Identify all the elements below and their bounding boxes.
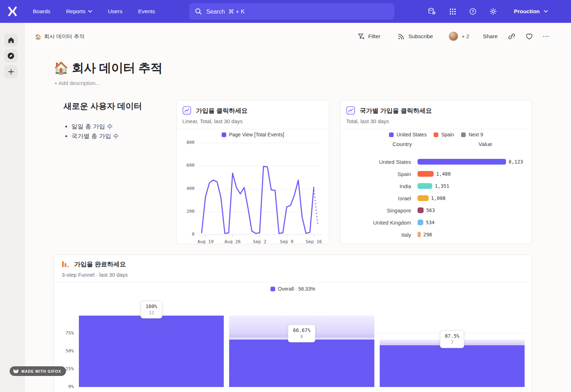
country-bar[interactable] xyxy=(418,183,432,189)
data-settings-icon[interactable] xyxy=(428,7,436,15)
funnel-y-tick-label: 50% xyxy=(66,348,74,353)
project-switcher[interactable]: Prouction xyxy=(514,0,548,23)
nav-users[interactable]: Users xyxy=(108,8,122,15)
country-row[interactable]: Italy298 xyxy=(348,228,528,241)
country-bar[interactable] xyxy=(418,171,434,177)
collaborators[interactable]: + 2 xyxy=(449,31,469,41)
text-widget-heading: 새로운 사용자 데이터 xyxy=(54,101,168,112)
heart-icon xyxy=(525,33,533,40)
add-description[interactable]: + Add description... xyxy=(54,80,100,86)
country-row[interactable]: United States8,123 xyxy=(348,156,528,168)
x-tick-label: Aug 26 xyxy=(224,239,241,244)
country-row[interactable]: Spain1,480 xyxy=(348,168,528,180)
copy-link-button[interactable] xyxy=(508,33,515,40)
line-chart-card[interactable]: 가입을 클릭하세요 Linear, Total, last 30 days Pa… xyxy=(176,100,329,244)
board-toolbar: Filter Subscribe + 2 Share ··· xyxy=(358,31,550,41)
nav-reports-label: Reports xyxy=(66,8,85,15)
subscribe-button[interactable]: Subscribe xyxy=(398,33,433,40)
funnel-step[interactable]: 87.5%7 xyxy=(380,316,525,387)
country-label: Italy xyxy=(348,232,411,238)
card-header: 국가별 가입을 클릭하세요 Total, last 30 days xyxy=(340,100,532,124)
country-value: 1,008 xyxy=(431,195,446,201)
nav-boards-label: Boards xyxy=(33,8,50,15)
funnel-report-icon xyxy=(62,261,69,268)
nav-boards[interactable]: Boards xyxy=(33,8,50,15)
page-emoji: 🏠 xyxy=(54,61,69,75)
funnel-ylabels: 0%25%50%75% xyxy=(60,316,76,387)
country-bar-card[interactable]: 국가별 가입을 클릭하세요 Total, last 30 days United… xyxy=(340,100,532,244)
text-widget-list: 일일 총 가입 수 국가별 총 가입 수 xyxy=(54,122,168,141)
funnel-bar[interactable] xyxy=(229,340,374,387)
funnel-columns: 100%1266.67%887.5%7 xyxy=(79,316,525,387)
divider xyxy=(340,129,532,129)
favorite-button[interactable] xyxy=(525,33,533,40)
funnel-step[interactable]: 66.67%8 xyxy=(229,316,374,387)
chevron-down-icon xyxy=(544,10,548,13)
line-chart-grid xyxy=(198,138,321,238)
funnel-step[interactable]: 100%12 xyxy=(79,316,224,387)
legend-item[interactable]: Overall · 58.33% xyxy=(271,286,315,292)
gifox-badge[interactable]: MADE WITH GIFOX xyxy=(10,366,66,376)
country-row[interactable]: Singapore563 xyxy=(348,204,528,216)
app-grid-icon[interactable] xyxy=(449,8,456,15)
funnel-legend: Overall · 58.33% xyxy=(54,286,532,292)
funnel-bar[interactable] xyxy=(380,345,525,387)
breadcrumb-label: 회사 데이터 추적 xyxy=(44,33,84,40)
page-title-text: 회사 데이터 추적 xyxy=(72,61,162,75)
more-button[interactable]: ··· xyxy=(543,33,550,40)
card-title[interactable]: 국가별 가입을 클릭하세요 xyxy=(360,106,432,115)
country-bar[interactable] xyxy=(418,232,421,237)
country-bar[interactable] xyxy=(418,159,506,165)
legend-item[interactable]: United States xyxy=(389,132,426,137)
funnel-count: 8 xyxy=(293,334,310,339)
country-bar[interactable] xyxy=(418,220,423,225)
divider xyxy=(177,129,329,129)
country-bar xyxy=(418,244,420,244)
country-row[interactable]: India1,351 xyxy=(348,180,528,192)
legend-label: Spain xyxy=(441,132,454,137)
country-label: United States xyxy=(348,159,411,165)
legend-label: Next 9 xyxy=(469,132,483,137)
breadcrumb[interactable]: 🏠 회사 데이터 추적 xyxy=(35,33,85,40)
country-value: 1,480 xyxy=(436,171,451,177)
country-bar[interactable] xyxy=(418,195,429,201)
header-icons: ? xyxy=(428,0,497,23)
legend-item[interactable]: Next 9 xyxy=(461,132,483,137)
nav-reports[interactable]: Reports xyxy=(66,8,92,15)
rail-explore-button[interactable] xyxy=(4,49,17,62)
nav-events[interactable]: Events xyxy=(138,8,155,15)
board-emoji: 🏠 xyxy=(35,34,41,40)
funnel-tooltip: 66.67%8 xyxy=(288,325,315,342)
subscribe-label: Subscribe xyxy=(408,33,433,40)
funnel-plot: 0%25%50%75% 100%1266.67%887.5%7 xyxy=(60,316,527,387)
country-row[interactable]: United Kingdom534 xyxy=(348,216,528,228)
help-icon[interactable]: ? xyxy=(469,7,477,15)
insights-report-icon xyxy=(182,106,191,115)
funnel-card[interactable]: 가입을 완료하세요 3-step Funnel · last 30 days O… xyxy=(54,255,532,392)
funnel-count: 7 xyxy=(445,340,459,345)
legend-label: United States xyxy=(396,132,426,137)
mixpanel-logo-icon[interactable] xyxy=(6,5,19,18)
column-headers: Country Value xyxy=(340,141,532,147)
legend-item[interactable]: Spain xyxy=(434,132,454,137)
rail-add-button[interactable] xyxy=(4,65,17,78)
settings-icon[interactable] xyxy=(489,7,497,15)
funnel-y-tick-label: 0% xyxy=(68,384,74,389)
funnel-bar[interactable] xyxy=(79,316,224,387)
column-header-value: Value xyxy=(457,141,514,147)
legend-item[interactable]: Page View [Total Events] xyxy=(222,132,284,137)
share-button[interactable]: Share xyxy=(483,33,497,40)
country-bar[interactable] xyxy=(418,207,424,213)
country-label: United Kingdom xyxy=(348,220,411,226)
card-title[interactable]: 가입을 완료하세요 xyxy=(74,260,126,268)
filter-icon xyxy=(358,33,365,40)
rail-home-button[interactable] xyxy=(4,34,17,47)
search-bar[interactable] xyxy=(189,3,394,20)
country-row[interactable]: Israel1,008 xyxy=(348,192,528,204)
filter-button[interactable]: Filter xyxy=(358,33,380,40)
card-subtitle: Total, last 30 days xyxy=(346,118,526,124)
card-title[interactable]: 가입을 클릭하세요 xyxy=(196,106,248,115)
line-chart-xlabels: Aug 19Aug 26Sep 2Sep 9Sep 16 xyxy=(198,239,321,244)
search-input[interactable] xyxy=(206,8,378,15)
gifox-label: MADE WITH GIFOX xyxy=(21,369,61,373)
